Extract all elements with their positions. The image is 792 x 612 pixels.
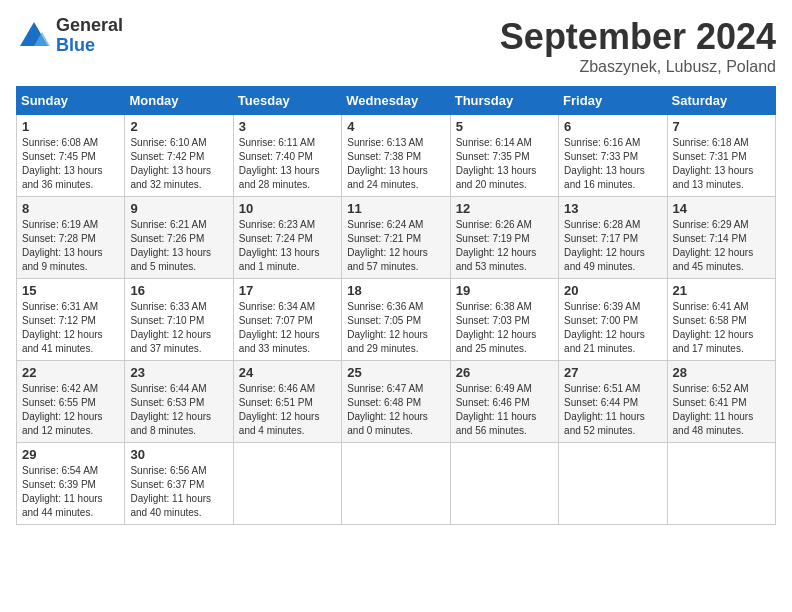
day-number: 29	[22, 447, 119, 462]
day-number: 4	[347, 119, 444, 134]
day-info: Sunrise: 6:42 AM Sunset: 6:55 PM Dayligh…	[22, 382, 119, 438]
day-info: Sunrise: 6:19 AM Sunset: 7:28 PM Dayligh…	[22, 218, 119, 274]
day-info: Sunrise: 6:21 AM Sunset: 7:26 PM Dayligh…	[130, 218, 227, 274]
calendar-cell: 13Sunrise: 6:28 AM Sunset: 7:17 PM Dayli…	[559, 197, 667, 279]
logo-blue: Blue	[56, 36, 123, 56]
day-info: Sunrise: 6:36 AM Sunset: 7:05 PM Dayligh…	[347, 300, 444, 356]
calendar-cell	[559, 443, 667, 525]
calendar-week-row: 8Sunrise: 6:19 AM Sunset: 7:28 PM Daylig…	[17, 197, 776, 279]
day-number: 14	[673, 201, 770, 216]
day-info: Sunrise: 6:39 AM Sunset: 7:00 PM Dayligh…	[564, 300, 661, 356]
day-info: Sunrise: 6:18 AM Sunset: 7:31 PM Dayligh…	[673, 136, 770, 192]
calendar-cell: 6Sunrise: 6:16 AM Sunset: 7:33 PM Daylig…	[559, 115, 667, 197]
calendar-cell: 25Sunrise: 6:47 AM Sunset: 6:48 PM Dayli…	[342, 361, 450, 443]
calendar-cell: 30Sunrise: 6:56 AM Sunset: 6:37 PM Dayli…	[125, 443, 233, 525]
calendar-cell: 16Sunrise: 6:33 AM Sunset: 7:10 PM Dayli…	[125, 279, 233, 361]
day-number: 24	[239, 365, 336, 380]
weekday-header-row: SundayMondayTuesdayWednesdayThursdayFrid…	[17, 87, 776, 115]
day-number: 18	[347, 283, 444, 298]
day-info: Sunrise: 6:52 AM Sunset: 6:41 PM Dayligh…	[673, 382, 770, 438]
day-number: 30	[130, 447, 227, 462]
weekday-header: Tuesday	[233, 87, 341, 115]
calendar-cell: 8Sunrise: 6:19 AM Sunset: 7:28 PM Daylig…	[17, 197, 125, 279]
day-number: 13	[564, 201, 661, 216]
calendar-cell: 22Sunrise: 6:42 AM Sunset: 6:55 PM Dayli…	[17, 361, 125, 443]
page-header: General Blue September 2024 Zbaszynek, L…	[16, 16, 776, 76]
calendar-cell: 1Sunrise: 6:08 AM Sunset: 7:45 PM Daylig…	[17, 115, 125, 197]
calendar-cell: 24Sunrise: 6:46 AM Sunset: 6:51 PM Dayli…	[233, 361, 341, 443]
weekday-header: Saturday	[667, 87, 775, 115]
day-info: Sunrise: 6:46 AM Sunset: 6:51 PM Dayligh…	[239, 382, 336, 438]
calendar-cell: 10Sunrise: 6:23 AM Sunset: 7:24 PM Dayli…	[233, 197, 341, 279]
day-number: 7	[673, 119, 770, 134]
calendar-cell: 29Sunrise: 6:54 AM Sunset: 6:39 PM Dayli…	[17, 443, 125, 525]
calendar-cell: 9Sunrise: 6:21 AM Sunset: 7:26 PM Daylig…	[125, 197, 233, 279]
logo-icon	[16, 18, 52, 54]
weekday-header: Wednesday	[342, 87, 450, 115]
calendar-cell: 18Sunrise: 6:36 AM Sunset: 7:05 PM Dayli…	[342, 279, 450, 361]
calendar-cell	[342, 443, 450, 525]
calendar-cell: 28Sunrise: 6:52 AM Sunset: 6:41 PM Dayli…	[667, 361, 775, 443]
day-info: Sunrise: 6:08 AM Sunset: 7:45 PM Dayligh…	[22, 136, 119, 192]
day-number: 10	[239, 201, 336, 216]
day-info: Sunrise: 6:23 AM Sunset: 7:24 PM Dayligh…	[239, 218, 336, 274]
day-number: 9	[130, 201, 227, 216]
logo-general: General	[56, 16, 123, 36]
day-number: 28	[673, 365, 770, 380]
day-number: 11	[347, 201, 444, 216]
calendar-cell: 27Sunrise: 6:51 AM Sunset: 6:44 PM Dayli…	[559, 361, 667, 443]
day-info: Sunrise: 6:28 AM Sunset: 7:17 PM Dayligh…	[564, 218, 661, 274]
day-number: 16	[130, 283, 227, 298]
weekday-header: Friday	[559, 87, 667, 115]
calendar-cell: 12Sunrise: 6:26 AM Sunset: 7:19 PM Dayli…	[450, 197, 558, 279]
calendar-cell: 19Sunrise: 6:38 AM Sunset: 7:03 PM Dayli…	[450, 279, 558, 361]
day-number: 25	[347, 365, 444, 380]
calendar-week-row: 22Sunrise: 6:42 AM Sunset: 6:55 PM Dayli…	[17, 361, 776, 443]
calendar-cell: 4Sunrise: 6:13 AM Sunset: 7:38 PM Daylig…	[342, 115, 450, 197]
calendar-cell: 23Sunrise: 6:44 AM Sunset: 6:53 PM Dayli…	[125, 361, 233, 443]
logo-text: General Blue	[56, 16, 123, 56]
calendar-cell: 20Sunrise: 6:39 AM Sunset: 7:00 PM Dayli…	[559, 279, 667, 361]
day-info: Sunrise: 6:49 AM Sunset: 6:46 PM Dayligh…	[456, 382, 553, 438]
day-info: Sunrise: 6:16 AM Sunset: 7:33 PM Dayligh…	[564, 136, 661, 192]
day-info: Sunrise: 6:44 AM Sunset: 6:53 PM Dayligh…	[130, 382, 227, 438]
calendar-table: SundayMondayTuesdayWednesdayThursdayFrid…	[16, 86, 776, 525]
day-info: Sunrise: 6:13 AM Sunset: 7:38 PM Dayligh…	[347, 136, 444, 192]
day-number: 12	[456, 201, 553, 216]
day-info: Sunrise: 6:38 AM Sunset: 7:03 PM Dayligh…	[456, 300, 553, 356]
day-info: Sunrise: 6:51 AM Sunset: 6:44 PM Dayligh…	[564, 382, 661, 438]
calendar-cell: 2Sunrise: 6:10 AM Sunset: 7:42 PM Daylig…	[125, 115, 233, 197]
day-number: 17	[239, 283, 336, 298]
day-number: 8	[22, 201, 119, 216]
weekday-header: Thursday	[450, 87, 558, 115]
day-number: 1	[22, 119, 119, 134]
day-info: Sunrise: 6:26 AM Sunset: 7:19 PM Dayligh…	[456, 218, 553, 274]
calendar-cell: 11Sunrise: 6:24 AM Sunset: 7:21 PM Dayli…	[342, 197, 450, 279]
calendar-cell	[450, 443, 558, 525]
calendar-cell: 7Sunrise: 6:18 AM Sunset: 7:31 PM Daylig…	[667, 115, 775, 197]
day-number: 2	[130, 119, 227, 134]
day-number: 21	[673, 283, 770, 298]
day-number: 26	[456, 365, 553, 380]
month-title: September 2024	[500, 16, 776, 58]
logo: General Blue	[16, 16, 123, 56]
day-info: Sunrise: 6:34 AM Sunset: 7:07 PM Dayligh…	[239, 300, 336, 356]
calendar-cell: 3Sunrise: 6:11 AM Sunset: 7:40 PM Daylig…	[233, 115, 341, 197]
day-info: Sunrise: 6:24 AM Sunset: 7:21 PM Dayligh…	[347, 218, 444, 274]
calendar-cell: 14Sunrise: 6:29 AM Sunset: 7:14 PM Dayli…	[667, 197, 775, 279]
day-number: 22	[22, 365, 119, 380]
calendar-cell	[667, 443, 775, 525]
day-number: 27	[564, 365, 661, 380]
day-info: Sunrise: 6:47 AM Sunset: 6:48 PM Dayligh…	[347, 382, 444, 438]
weekday-header: Sunday	[17, 87, 125, 115]
day-info: Sunrise: 6:29 AM Sunset: 7:14 PM Dayligh…	[673, 218, 770, 274]
calendar-cell: 21Sunrise: 6:41 AM Sunset: 6:58 PM Dayli…	[667, 279, 775, 361]
day-info: Sunrise: 6:33 AM Sunset: 7:10 PM Dayligh…	[130, 300, 227, 356]
day-info: Sunrise: 6:31 AM Sunset: 7:12 PM Dayligh…	[22, 300, 119, 356]
calendar-cell: 26Sunrise: 6:49 AM Sunset: 6:46 PM Dayli…	[450, 361, 558, 443]
calendar-cell	[233, 443, 341, 525]
weekday-header: Monday	[125, 87, 233, 115]
calendar-week-row: 29Sunrise: 6:54 AM Sunset: 6:39 PM Dayli…	[17, 443, 776, 525]
calendar-week-row: 1Sunrise: 6:08 AM Sunset: 7:45 PM Daylig…	[17, 115, 776, 197]
day-number: 3	[239, 119, 336, 134]
